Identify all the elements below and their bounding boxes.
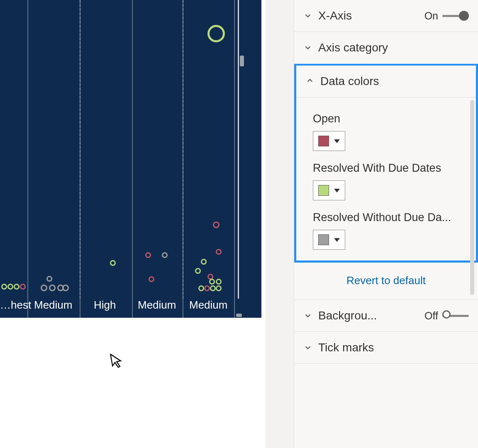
caret-down-icon xyxy=(334,189,340,192)
caret-down-icon xyxy=(334,139,340,143)
category-separator xyxy=(132,0,133,318)
data-point[interactable] xyxy=(213,222,219,228)
section-axis-category[interactable]: Axis category xyxy=(294,32,478,64)
format-pane: X-Axis On Axis category Data colors xyxy=(294,0,478,448)
revert-to-default[interactable]: Revert to default xyxy=(294,263,478,300)
section-label: X-Axis xyxy=(318,9,419,22)
data-colors-body: Open Resolved With Due Dates Resolved Wi… xyxy=(296,97,476,261)
section-label: Backgrou... xyxy=(318,309,419,322)
data-point[interactable] xyxy=(149,276,154,282)
series-label: Resolved With Due Dates xyxy=(313,162,462,175)
data-point[interactable] xyxy=(204,285,210,291)
chevron-down-icon xyxy=(303,11,312,20)
data-point[interactable] xyxy=(216,279,222,285)
data-point[interactable] xyxy=(162,252,168,258)
axis-line xyxy=(238,0,239,299)
data-point[interactable] xyxy=(7,284,13,290)
category-separator xyxy=(27,0,28,318)
chart-scrollbar-vertical[interactable] xyxy=(240,56,244,66)
toggle-switch[interactable] xyxy=(442,312,469,319)
data-point[interactable] xyxy=(20,284,26,290)
x-tick-label: Medium xyxy=(34,299,72,312)
data-point[interactable] xyxy=(41,285,47,291)
data-point[interactable] xyxy=(207,25,225,42)
revert-link[interactable]: Revert to default xyxy=(346,274,426,287)
mouse-cursor-icon xyxy=(110,352,125,374)
color-swatch xyxy=(318,185,329,196)
x-tick-label: …hest xyxy=(0,299,31,312)
data-point[interactable] xyxy=(210,285,216,291)
color-swatch xyxy=(318,136,329,146)
data-point[interactable] xyxy=(209,279,215,285)
panel-scrollbar[interactable] xyxy=(470,100,474,295)
data-color-item-resolved-due: Resolved With Due Dates xyxy=(313,162,467,200)
background-toggle[interactable]: Off xyxy=(424,310,469,322)
data-point[interactable] xyxy=(1,284,7,290)
data-point[interactable] xyxy=(62,285,69,291)
section-label: Tick marks xyxy=(318,341,469,354)
section-data-colors[interactable]: Data colors xyxy=(296,66,476,97)
toggle-switch[interactable] xyxy=(442,12,469,19)
section-label: Data colors xyxy=(320,75,467,88)
section-label: Axis category xyxy=(318,41,469,54)
data-point[interactable] xyxy=(46,276,52,282)
color-picker-open[interactable] xyxy=(313,131,345,151)
color-picker-resolved-nodue[interactable] xyxy=(313,230,345,250)
category-separator xyxy=(234,0,235,318)
chart-canvas: …hest Medium High Medium Medium xyxy=(0,0,261,318)
data-point[interactable] xyxy=(201,259,207,265)
color-picker-resolved-due[interactable] xyxy=(313,180,345,200)
color-swatch xyxy=(318,234,329,245)
data-color-item-resolved-nodue: Resolved Without Due Da... xyxy=(313,211,467,250)
x-tick-label: High xyxy=(94,299,116,312)
series-label: Resolved Without Due Da... xyxy=(313,211,462,224)
chart-visual[interactable]: …hest Medium High Medium Medium xyxy=(0,0,266,448)
toggle-state-text: On xyxy=(424,10,438,22)
category-separator xyxy=(80,0,80,318)
data-point[interactable] xyxy=(49,285,56,291)
section-background[interactable]: Backgrou... Off xyxy=(294,300,478,332)
series-label: Open xyxy=(313,112,462,125)
data-point[interactable] xyxy=(145,252,151,258)
category-separator xyxy=(183,0,183,318)
chevron-down-icon xyxy=(303,43,312,52)
data-point[interactable] xyxy=(110,260,116,266)
chevron-down-icon xyxy=(303,311,312,320)
section-data-colors-highlight: Data colors Open Resolved With Due Dates xyxy=(294,63,478,263)
data-point[interactable] xyxy=(216,285,222,291)
chevron-up-icon xyxy=(305,76,315,87)
x-tick-label: Medium xyxy=(189,299,227,312)
chevron-down-icon xyxy=(303,343,312,352)
data-point[interactable] xyxy=(195,268,201,274)
section-x-axis[interactable]: X-Axis On xyxy=(294,0,478,32)
section-tick-marks[interactable]: Tick marks xyxy=(294,332,478,364)
chart-scrollbar-horizontal[interactable] xyxy=(236,314,242,317)
data-point[interactable] xyxy=(216,249,222,255)
data-point[interactable] xyxy=(198,285,204,291)
data-color-item-open: Open xyxy=(313,112,467,151)
caret-down-icon xyxy=(334,238,340,242)
data-point[interactable] xyxy=(14,284,20,290)
x-tick-label: Medium xyxy=(138,299,176,312)
toggle-state-text: Off xyxy=(424,310,438,322)
x-axis-toggle[interactable]: On xyxy=(424,10,469,22)
